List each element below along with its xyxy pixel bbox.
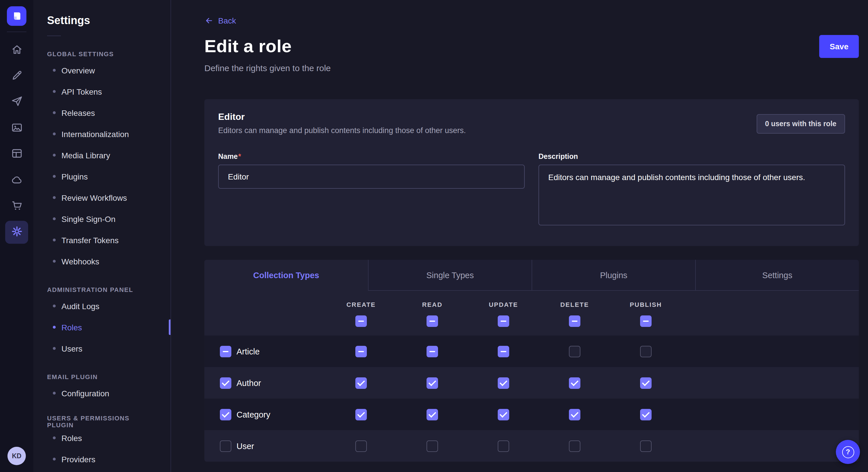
checkbox-article-read[interactable] bbox=[427, 345, 438, 357]
sidebar-item-label: Overview bbox=[61, 66, 95, 75]
sidebar-item-overview[interactable]: Overview bbox=[33, 60, 170, 81]
bullet-icon bbox=[53, 69, 56, 72]
checkbox-user-create[interactable] bbox=[355, 440, 367, 452]
checkbox-article-all[interactable] bbox=[220, 345, 231, 357]
checkbox-article-delete[interactable] bbox=[569, 345, 580, 357]
checkbox-author-update[interactable] bbox=[498, 377, 509, 389]
sidebar-item-releases[interactable]: Releases bbox=[33, 102, 170, 123]
sidebar-item-plugins[interactable]: Plugins bbox=[33, 166, 170, 187]
strapi-logo[interactable] bbox=[7, 6, 26, 26]
gear-icon bbox=[11, 226, 23, 239]
sidebar-item-label: Releases bbox=[61, 108, 95, 117]
bullet-icon bbox=[53, 175, 56, 178]
rail-bottom: KD bbox=[7, 447, 26, 465]
checkbox-all-create[interactable] bbox=[355, 315, 367, 327]
strapi-logo-icon bbox=[10, 10, 23, 22]
checkbox-author-read[interactable] bbox=[427, 377, 438, 389]
checkbox-article-update[interactable] bbox=[498, 345, 509, 357]
checkbox-user-update[interactable] bbox=[498, 440, 509, 452]
bullet-icon bbox=[53, 305, 56, 307]
cell bbox=[468, 377, 539, 389]
sidebar-item-api-tokens[interactable]: API Tokens bbox=[33, 81, 170, 102]
tab-plugins[interactable]: Plugins bbox=[532, 260, 695, 291]
bullet-icon bbox=[53, 458, 56, 461]
role-description-text: Editors can manage and publish contents … bbox=[218, 126, 845, 135]
nav-marketplace[interactable] bbox=[5, 195, 28, 218]
checkbox-category-update[interactable] bbox=[498, 409, 509, 420]
save-button[interactable]: Save bbox=[819, 35, 859, 58]
sidebar-section: ADMINISTRATION PANELAudit LogsRolesUsers bbox=[33, 284, 170, 359]
tab-settings[interactable]: Settings bbox=[695, 260, 859, 291]
nav-content-manager[interactable] bbox=[5, 143, 28, 166]
sidebar-section: GLOBAL SETTINGSOverviewAPI TokensRelease… bbox=[33, 48, 170, 272]
sidebar-item-webhooks[interactable]: Webhooks bbox=[33, 250, 170, 272]
nav-settings[interactable] bbox=[5, 221, 28, 244]
app-root: KD Settings GLOBAL SETTINGSOverviewAPI T… bbox=[0, 0, 868, 472]
bullet-icon bbox=[53, 196, 56, 199]
section-label: EMAIL PLUGIN bbox=[33, 371, 170, 382]
checkbox-user-all[interactable] bbox=[220, 440, 231, 452]
checkbox-author-all[interactable] bbox=[220, 377, 231, 389]
checkbox-category-all[interactable] bbox=[220, 409, 231, 420]
sidebar-item-single-sign-on[interactable]: Single Sign-On bbox=[33, 208, 170, 229]
nav-deploy[interactable] bbox=[5, 91, 28, 114]
sidebar-item-roles[interactable]: Roles bbox=[33, 316, 170, 338]
sidebar-section: USERS & PERMISSIONS PLUGINRolesProviders bbox=[33, 416, 170, 470]
nav-content-type-builder[interactable] bbox=[5, 65, 28, 88]
sidebar-item-label: Webhooks bbox=[61, 257, 99, 266]
sidebar-item-label: Roles bbox=[61, 433, 82, 442]
sidebar-item-audit-logs[interactable]: Audit Logs bbox=[33, 295, 170, 316]
perm-column-update: UPDATE bbox=[468, 291, 539, 336]
cell bbox=[326, 345, 397, 357]
checkbox-user-publish[interactable] bbox=[640, 440, 652, 452]
nav-home[interactable] bbox=[5, 39, 28, 62]
name-input[interactable] bbox=[218, 165, 525, 189]
tab-single-types[interactable]: Single Types bbox=[368, 260, 532, 291]
checkbox-author-create[interactable] bbox=[355, 377, 367, 389]
sidebar-item-users[interactable]: Users bbox=[33, 338, 170, 359]
sidebar-item-review-workflows[interactable]: Review Workflows bbox=[33, 187, 170, 208]
cart-icon bbox=[11, 200, 23, 213]
sidebar-item-roles[interactable]: Roles bbox=[33, 427, 170, 448]
checkbox-author-delete[interactable] bbox=[569, 377, 580, 389]
description-textarea[interactable]: Editors can manage and publish contents … bbox=[538, 165, 845, 225]
checkbox-user-read[interactable] bbox=[427, 440, 438, 452]
bullet-icon bbox=[53, 111, 56, 114]
checkbox-all-update[interactable] bbox=[498, 315, 509, 327]
back-link[interactable]: Back bbox=[205, 16, 236, 25]
bullet-icon bbox=[53, 347, 56, 350]
sidebar-item-label: Review Workflows bbox=[61, 193, 127, 202]
checkbox-category-delete[interactable] bbox=[569, 409, 580, 420]
checkbox-all-publish[interactable] bbox=[640, 315, 652, 327]
checkbox-all-delete[interactable] bbox=[569, 315, 580, 327]
help-button[interactable]: ? bbox=[836, 440, 860, 464]
checkbox-author-publish[interactable] bbox=[640, 377, 652, 389]
sidebar-item-configuration[interactable]: Configuration bbox=[33, 382, 170, 404]
sidebar-item-media-library[interactable]: Media Library bbox=[33, 144, 170, 166]
users-with-role-button[interactable]: 0 users with this role bbox=[756, 114, 845, 134]
checkbox-category-publish[interactable] bbox=[640, 409, 652, 420]
sidebar-item-transfer-tokens[interactable]: Transfer Tokens bbox=[33, 229, 170, 250]
avatar[interactable]: KD bbox=[7, 447, 26, 465]
checkbox-article-create[interactable] bbox=[355, 345, 367, 357]
checkbox-all-read[interactable] bbox=[427, 315, 438, 327]
cell bbox=[539, 377, 610, 389]
page-title: Edit a role bbox=[205, 36, 291, 57]
section-label: USERS & PERMISSIONS PLUGIN bbox=[33, 416, 170, 427]
nav-media-library[interactable] bbox=[5, 117, 28, 140]
nav-cloud[interactable] bbox=[5, 169, 28, 192]
sidebar-item-label: Roles bbox=[61, 323, 82, 332]
nav-rail: KD bbox=[0, 0, 33, 472]
sidebar-item-providers[interactable]: Providers bbox=[33, 448, 170, 470]
bullet-icon bbox=[53, 326, 56, 329]
cell bbox=[539, 409, 610, 420]
cloud-icon bbox=[11, 173, 23, 187]
checkbox-article-publish[interactable] bbox=[640, 345, 652, 357]
cell bbox=[539, 345, 610, 357]
checkbox-category-create[interactable] bbox=[355, 409, 367, 420]
checkbox-category-read[interactable] bbox=[427, 409, 438, 420]
sidebar-item-internationalization[interactable]: Internationalization bbox=[33, 123, 170, 144]
role-form: Name* Description Editors can manage and… bbox=[218, 151, 845, 228]
checkbox-user-delete[interactable] bbox=[569, 440, 580, 452]
tab-collection-types[interactable]: Collection Types bbox=[205, 260, 368, 291]
